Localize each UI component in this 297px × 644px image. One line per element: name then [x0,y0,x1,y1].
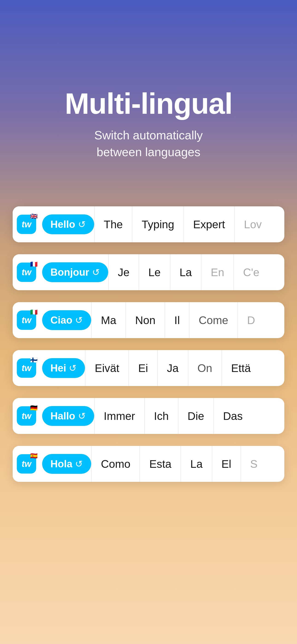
logo-text: tw [22,459,31,469]
word-cell[interactable]: Le [138,254,170,290]
logo-circle: tw🇪🇸 [17,454,36,474]
word-text: Esta [149,458,171,470]
logo-circle: tw🇫🇮 [17,358,36,378]
word-text: Ja [167,362,179,374]
keyboard-row-french: tw🇫🇷Bonjour↺JeLeLaEnC'e [13,254,284,290]
word-cell[interactable]: La [180,446,212,482]
word-cell[interactable]: Die [178,398,214,434]
word-text: Että [231,362,251,374]
word-cell[interactable]: Ma [91,302,126,338]
keyboard-row-spanish: tw🇪🇸Hola↺ComoEstaLaElS [13,446,284,482]
greeting-pill-english[interactable]: Hello↺ [42,214,94,234]
word-cell[interactable]: Ja [157,350,188,386]
word-cell[interactable]: El [212,446,240,482]
hero-section: Multi-lingual Switch automatically betwe… [0,0,297,174]
keyboard-logo-italian: tw🇮🇹 [13,302,40,338]
word-text: C'e [243,266,260,279]
greeting-pill-finnish[interactable]: Hei↺ [42,358,85,378]
greeting-pill-french[interactable]: Bonjour↺ [42,262,108,282]
greeting-pill-italian[interactable]: Ciao↺ [42,310,91,330]
word-cell[interactable]: Immer [94,398,144,434]
word-text: Il [174,314,180,326]
word-text: La [190,458,202,470]
greeting-text-german: Hallo [50,410,75,422]
word-text: Ich [154,410,169,422]
logo-text: tw [22,363,31,373]
keyboard-row-english: tw🇬🇧Hello↺TheTypingExpertLov [13,206,284,242]
undo-icon: ↺ [78,219,86,230]
word-text: The [104,218,123,231]
word-text: Le [148,266,160,279]
word-text: Expert [193,218,225,231]
word-cell[interactable]: Eivät [85,350,128,386]
word-cell[interactable]: S [240,446,267,482]
keyboard-logo-finnish: tw🇫🇮 [13,350,40,386]
logo-text: tw [22,268,31,277]
word-cell[interactable]: Il [164,302,189,338]
word-cell[interactable]: Je [108,254,139,290]
keyboard-rows-section: tw🇬🇧Hello↺TheTypingExpertLovtw🇫🇷Bonjour↺… [0,188,297,500]
flag-finnish: 🇫🇮 [30,357,38,363]
word-cell[interactable]: Come [189,302,237,338]
word-text: Das [223,410,243,422]
word-cell[interactable]: Como [91,446,140,482]
logo-circle: tw🇮🇹 [17,310,36,330]
word-cell[interactable]: On [188,350,222,386]
word-text: Ma [101,314,116,326]
word-text: Je [118,266,130,279]
logo-text: tw [22,220,31,230]
flag-italian: 🇮🇹 [30,309,38,315]
word-cell[interactable]: Esta [140,446,180,482]
undo-icon: ↺ [78,411,86,421]
subtitle-line1: Switch automatically [94,128,202,142]
logo-circle: tw🇬🇧 [17,215,36,234]
word-text: La [180,266,192,279]
word-text: Immer [104,410,135,422]
word-cell[interactable]: D [237,302,264,338]
greeting-pill-spanish[interactable]: Hola↺ [42,454,91,474]
logo-text: tw [22,411,31,421]
word-cell[interactable]: Expert [184,206,234,242]
undo-icon: ↺ [75,315,83,326]
undo-icon: ↺ [75,458,83,469]
logo-circle: tw🇫🇷 [17,262,36,282]
greeting-text-italian: Ciao [50,314,72,326]
keyboard-row-italian: tw🇮🇹Ciao↺MaNonIlComeD [13,302,284,338]
word-text: D [247,314,255,326]
flag-french: 🇫🇷 [30,261,38,267]
word-cell[interactable]: En [201,254,234,290]
logo-circle: tw🇩🇪 [17,406,36,426]
flag-spanish: 🇪🇸 [30,453,38,459]
word-cell[interactable]: La [170,254,201,290]
word-text: El [222,458,232,470]
word-cell[interactable]: C'e [234,254,269,290]
hero-subtitle: Switch automatically between languages [94,127,202,160]
undo-icon: ↺ [69,363,77,373]
page-title: Multi-lingual [65,88,232,120]
word-text: On [198,362,212,374]
word-text: Typing [142,218,174,231]
word-cell[interactable]: Lov [234,206,271,242]
word-cell[interactable]: Ich [144,398,178,434]
word-text: Come [199,314,228,326]
keyboard-row-german: tw🇩🇪Hallo↺ImmerIchDieDas [13,398,284,434]
word-text: Non [135,314,156,326]
keyboard-logo-spanish: tw🇪🇸 [13,446,40,482]
word-cell[interactable]: Ei [128,350,157,386]
flag-german: 🇩🇪 [30,405,38,411]
word-cell[interactable]: Non [126,302,164,338]
word-text: Ei [138,362,148,374]
word-text: En [211,266,224,279]
keyboard-logo-english: tw🇬🇧 [13,206,40,242]
word-text: Die [188,410,204,422]
word-cell[interactable]: The [94,206,132,242]
greeting-text-finnish: Hei [50,362,66,374]
word-cell[interactable]: Että [222,350,260,386]
keyboard-row-finnish: tw🇫🇮Hei↺EivätEiJaOnEttä [13,350,284,386]
word-text: Como [101,458,130,470]
word-cell[interactable]: Typing [132,206,183,242]
greeting-pill-german[interactable]: Hallo↺ [42,406,94,426]
word-text: S [250,458,258,470]
keyboard-logo-french: tw🇫🇷 [13,254,40,290]
word-cell[interactable]: Das [214,398,252,434]
